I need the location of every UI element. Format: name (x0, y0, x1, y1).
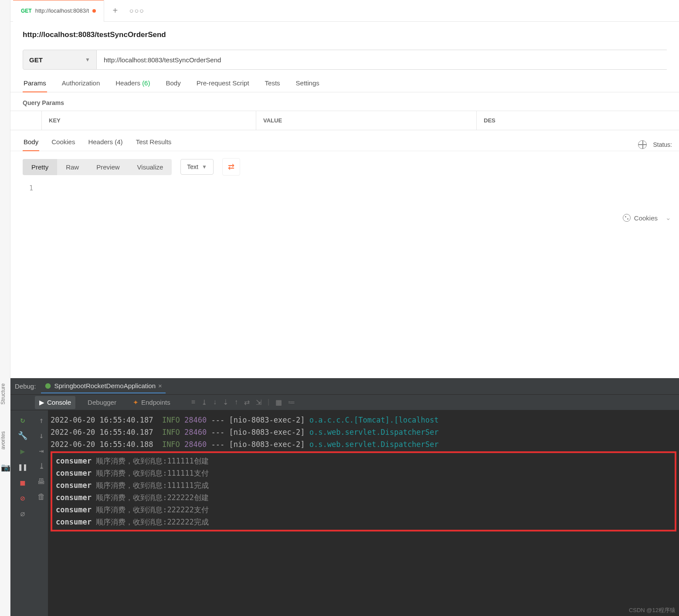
params-table-header: KEY VALUE DES (10, 111, 679, 130)
method-select[interactable]: GET ▼ (23, 50, 97, 70)
col-key: KEY (42, 111, 256, 130)
down-icon[interactable]: ↓ (39, 431, 44, 440)
camera-icon[interactable]: 📷 (1, 463, 10, 472)
console-side-icons: ↑ ↓ ⇥ ⤓ 🖶 🗑 (35, 410, 48, 616)
format-row: Pretty Raw Preview Visualize Text ▼ ⇄ (10, 151, 679, 183)
restab-headers-label: Headers (88, 138, 113, 146)
restab-headers[interactable]: Headers (4) (87, 138, 123, 151)
debug-left-icons: ↻ 🔧 ▶ ❚❚ ■ ⊘ ⌀ (10, 410, 35, 616)
query-params-label: Query Params (10, 92, 679, 111)
chevron-down-icon: ▼ (202, 164, 207, 170)
restab-body[interactable]: Body (23, 138, 39, 151)
request-title: http://localhost:8083/testSyncOrderSend (10, 22, 679, 44)
fmt-preview[interactable]: Preview (88, 159, 128, 175)
tabs-row: GET http://localhost:8083/t + ○○○ (10, 0, 679, 22)
debug-toolbar: Debug: SpringbootRocketDemoApplication × (10, 378, 679, 395)
globe-icon[interactable] (638, 140, 647, 149)
url-input[interactable]: http://localhost:8083/testSyncOrderSend (97, 50, 667, 70)
stop-icon[interactable]: ■ (18, 477, 27, 487)
step-down-icon[interactable]: ⇣ (223, 398, 228, 406)
structure-tool[interactable]: Structure (0, 383, 6, 405)
run-config-tab[interactable]: SpringbootRocketDemoApplication × (41, 379, 165, 393)
tab-authorization[interactable]: Authorization (61, 79, 101, 92)
tab-name: http://localhost:8083/t (35, 7, 89, 14)
chevron-down-icon: ▼ (85, 57, 90, 63)
favorites-tool[interactable]: avorites (0, 431, 6, 450)
springboot-icon (44, 382, 51, 389)
restab-cookies[interactable]: Cookies (51, 138, 76, 151)
log-line: 2022-06-20 16:55:40.187 INFO 28460 --- [… (51, 426, 676, 438)
trash-icon[interactable]: ⌄ (665, 214, 671, 222)
debug-toolbar-icons: ≡ ⤓ ↓ ⇣ ↑ ⇄ ⇲ | ▦ ≔ (191, 398, 295, 406)
consumer-line: consumer 顺序消费，收到消息:222222创建 (56, 491, 671, 504)
tab-console[interactable]: ▶ Console (35, 396, 75, 409)
footer-cookies-link[interactable]: Cookies (634, 214, 658, 222)
unsaved-dot-icon (92, 9, 96, 13)
step-out-icon[interactable]: ↑ (234, 398, 238, 406)
restab-headers-count: (4) (115, 138, 122, 146)
menu-icon[interactable]: ≡ (191, 398, 195, 406)
softwrap-icon[interactable]: ⇥ (39, 446, 44, 455)
cookie-icon (623, 214, 631, 222)
content-type-value: Text (187, 163, 198, 170)
request-bar: GET ▼ http://localhost:8083/testSyncOrde… (10, 44, 679, 70)
endpoints-icon: ✦ (133, 399, 139, 406)
format-segment: Pretty Raw Preview Visualize (23, 159, 172, 175)
new-tab-button[interactable]: + (104, 6, 126, 16)
clear-icon[interactable]: 🗑 (37, 492, 45, 501)
tab-console-label: Console (47, 399, 71, 406)
calc-icon[interactable]: ▦ (275, 398, 282, 406)
tab-body[interactable]: Body (165, 79, 181, 92)
request-tab[interactable]: GET http://localhost:8083/t (13, 0, 104, 22)
response-tabs: Body Cookies Headers (4) Test Results St… (10, 130, 679, 151)
up-icon[interactable]: ↑ (39, 416, 44, 425)
tab-params[interactable]: Params (23, 79, 47, 92)
tab-prerequest[interactable]: Pre-request Script (196, 79, 250, 92)
tab-headers-count: (6) (142, 79, 150, 87)
tab-debugger[interactable]: Debugger (83, 396, 121, 409)
consumer-line: consumer 顺序消费，收到消息:111111支付 (56, 467, 671, 479)
run-to-icon[interactable]: ⇄ (244, 398, 250, 406)
response-body[interactable]: 1 (10, 183, 679, 210)
tab-method: GET (21, 8, 32, 14)
wrench-icon[interactable]: 🔧 (18, 430, 27, 440)
close-icon[interactable]: × (158, 382, 162, 389)
tab-endpoints[interactable]: ✦ Endpoints (129, 396, 175, 409)
status-label: Status: (653, 141, 672, 148)
content-type-select[interactable]: Text ▼ (180, 159, 214, 175)
wrap-lines-button[interactable]: ⇄ (222, 158, 240, 176)
restab-testresults[interactable]: Test Results (135, 138, 173, 151)
watermark: CSDN @12程序猿 (629, 606, 676, 614)
request-subtabs: Params Authorization Headers (6) Body Pr… (10, 70, 679, 92)
col-checkbox (10, 111, 42, 130)
line-number: 1 (23, 184, 33, 192)
evaluate-icon[interactable]: ⇲ (256, 398, 261, 406)
col-description: DES (477, 111, 679, 130)
fmt-raw[interactable]: Raw (57, 159, 88, 175)
console-log[interactable]: 2022-06-20 16:55:40.187 INFO 28460 --- [… (48, 410, 679, 616)
view-breakpoints-icon[interactable]: ⌀ (18, 509, 27, 518)
scroll-end-icon[interactable]: ⤓ (38, 461, 45, 470)
step-into-icon[interactable]: ↓ (213, 398, 217, 406)
fmt-visualize[interactable]: Visualize (129, 159, 172, 175)
tab-settings[interactable]: Settings (295, 79, 320, 92)
settings-icon[interactable]: ≔ (288, 398, 295, 406)
resume-icon[interactable]: ▶ (18, 446, 27, 456)
method-value: GET (29, 56, 43, 64)
consumer-line: consumer 顺序消费，收到消息:111111完成 (56, 479, 671, 491)
debug-body: ↻ 🔧 ▶ ❚❚ ■ ⊘ ⌀ ↑ ↓ ⇥ ⤓ 🖶 🗑 2022-06-20 16… (10, 410, 679, 616)
pause-icon[interactable]: ❚❚ (18, 462, 27, 471)
log-line: 2022-06-20 16:55:40.187 INFO 28460 --- [… (51, 414, 676, 426)
fmt-pretty[interactable]: Pretty (23, 159, 57, 175)
tab-tests[interactable]: Tests (264, 79, 281, 92)
step-over-icon[interactable]: ⤓ (201, 398, 207, 406)
consumer-line: consumer 顺序消费，收到消息:111111创建 (56, 455, 671, 467)
tab-endpoints-label: Endpoints (141, 399, 170, 406)
rerun-icon[interactable]: ↻ (18, 415, 27, 424)
mute-breakpoints-icon[interactable]: ⊘ (18, 493, 27, 503)
debug-subtabs: ▶ Console Debugger ✦ Endpoints ≡ ⤓ ↓ ⇣ ↑… (10, 395, 679, 410)
tab-overflow-button[interactable]: ○○○ (126, 7, 148, 15)
tab-headers[interactable]: Headers (6) (115, 79, 151, 92)
print-icon[interactable]: 🖶 (37, 477, 45, 486)
main-area: GET http://localhost:8083/t + ○○○ http:/… (10, 0, 679, 226)
